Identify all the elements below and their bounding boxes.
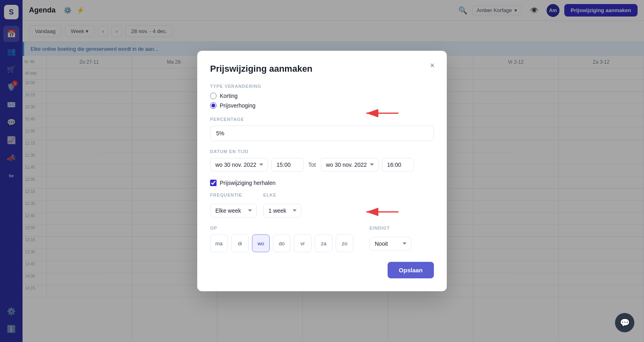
elke-select[interactable]: 1 week 2 weken 3 weken [263, 204, 301, 218]
percentage-label: PERCENTAGE [210, 117, 434, 122]
frequentie-label: FREQUENTIE [210, 193, 257, 197]
type-section-label: TYPE VERANDERING [210, 84, 434, 89]
datetime-label: DATUM EN TIJD [210, 149, 434, 154]
modal-overlay[interactable]: Prijswijziging aanmaken × TYPE VERANDERI… [0, 0, 644, 342]
datetime-section: DATUM EN TIJD wo 30 nov. 2022 Tot wo 30 … [210, 149, 434, 172]
radio-prijsverhoging[interactable]: Prijsverhoging [210, 102, 434, 109]
modal: Prijswijziging aanmaken × TYPE VERANDERI… [197, 51, 447, 291]
frequentie-group: FREQUENTIE Elke week Elke dag Elke maand [210, 193, 257, 218]
freq-row: FREQUENTIE Elke week Elke dag Elke maand… [210, 193, 434, 218]
modal-footer: Opslaan [210, 262, 434, 278]
percentage-input[interactable] [210, 126, 434, 141]
modal-title: Prijswijziging aanmaken [210, 64, 434, 74]
frequentie-select[interactable]: Elke week Elke dag Elke maand [210, 204, 257, 218]
radio-input-prijsverhoging[interactable] [210, 102, 217, 109]
radio-label-prijsverhoging: Prijsverhoging [220, 102, 256, 109]
eindigt-group: EINDIGT Nooit Op datum Na aantal [369, 226, 411, 251]
modal-close-button[interactable]: × [426, 59, 439, 72]
radio-label-korting: Korting [220, 93, 237, 99]
repeat-checkbox[interactable] [210, 180, 217, 186]
from-date-select[interactable]: wo 30 nov. 2022 [210, 158, 268, 172]
day-btn-do[interactable]: do [273, 234, 291, 252]
elke-label: ELKE [263, 193, 301, 197]
days-row: ma di wo do vr za zo [210, 234, 353, 252]
frequentie-section: FREQUENTIE Elke week Elke dag Elke maand… [210, 193, 434, 218]
elke-group: ELKE 1 week 2 weken 3 weken [263, 193, 301, 218]
eindigt-label: EINDIGT [369, 226, 411, 230]
day-btn-ma[interactable]: ma [210, 234, 228, 252]
op-group: OP ma di wo do vr za zo [210, 226, 353, 252]
radio-korting[interactable]: Korting [210, 93, 434, 99]
save-button[interactable]: Opslaan [388, 262, 434, 278]
eindigt-select[interactable]: Nooit Op datum Na aantal [369, 237, 411, 251]
from-time-input[interactable] [271, 158, 303, 172]
percentage-section: PERCENTAGE [210, 117, 434, 141]
day-btn-wo[interactable]: wo [252, 234, 270, 252]
to-time-input[interactable] [382, 158, 414, 172]
radio-group: Korting Prijsverhoging [210, 93, 434, 109]
day-btn-vr[interactable]: vr [294, 234, 312, 252]
day-btn-za[interactable]: za [315, 234, 332, 252]
repeat-label: Prijswijziging herhalen [220, 180, 276, 186]
chat-widget-button[interactable]: 💬 [615, 313, 634, 332]
day-btn-di[interactable]: di [231, 234, 249, 252]
op-eindigt-section: OP ma di wo do vr za zo EINDIGT Nooit [210, 226, 434, 252]
op-label: OP [210, 226, 353, 230]
type-section: TYPE VERANDERING Korting Prijsverhoging [210, 84, 434, 109]
repeat-checkbox-row[interactable]: Prijswijziging herhalen [210, 180, 434, 186]
to-date-select[interactable]: wo 30 nov. 2022 [321, 158, 379, 172]
tot-label: Tot [307, 162, 318, 168]
radio-input-korting[interactable] [210, 93, 217, 99]
datetime-row: wo 30 nov. 2022 Tot wo 30 nov. 2022 [210, 158, 434, 172]
day-btn-zo[interactable]: zo [336, 234, 353, 252]
